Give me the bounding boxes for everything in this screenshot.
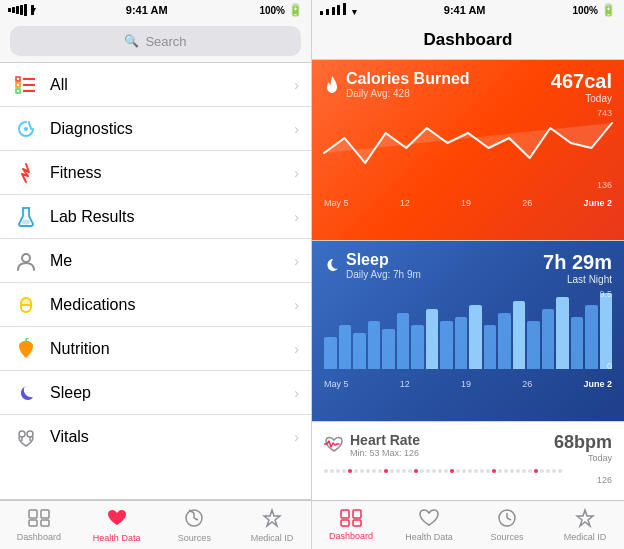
- calories-title: Calories Burned: [346, 70, 470, 88]
- svg-line-31: [507, 518, 511, 520]
- dot: [528, 469, 532, 473]
- battery-icon: 🔋: [288, 3, 303, 17]
- right-wifi-icon: ▾: [352, 7, 357, 17]
- menu-item-all[interactable]: All ›: [0, 63, 311, 107]
- sleep-card: Sleep Daily Avg: 7h 9m 7h 29m Last Night…: [312, 241, 624, 421]
- sleep-x-2: 12: [400, 379, 410, 389]
- left-time: 9:41 AM: [126, 4, 168, 16]
- dot: [396, 469, 400, 473]
- svg-rect-17: [29, 510, 37, 518]
- right-tab-dashboard[interactable]: Dashboard: [312, 501, 390, 549]
- right-tab-sources[interactable]: Sources: [468, 501, 546, 549]
- chevron-icon: ›: [294, 253, 299, 269]
- heart-rate-icon: [324, 436, 344, 454]
- chevron-icon: ›: [294, 429, 299, 445]
- menu-vitals-label: Vitals: [50, 428, 294, 446]
- menu-sleep-label: Sleep: [50, 384, 294, 402]
- health-data-tab-icon: [106, 508, 128, 531]
- menu-item-lab[interactable]: Lab Results ›: [0, 195, 311, 239]
- calories-header: Calories Burned Daily Avg: 428 467cal To…: [324, 70, 612, 104]
- dot: [444, 469, 448, 473]
- dot: [534, 469, 538, 473]
- left-tab-sources[interactable]: Sources: [156, 501, 234, 549]
- menu-lab-label: Lab Results: [50, 208, 294, 226]
- dot: [354, 469, 358, 473]
- sleep-subtitle: Daily Avg: 7h 9m: [346, 269, 421, 280]
- menu-fitness-label: Fitness: [50, 164, 294, 182]
- right-battery: 100% 🔋: [572, 3, 616, 17]
- search-bar[interactable]: 🔍 Search: [10, 26, 301, 56]
- svg-rect-28: [353, 520, 361, 526]
- dot: [510, 469, 514, 473]
- dot: [546, 469, 550, 473]
- heart-dots-chart: [324, 469, 612, 473]
- dot: [468, 469, 472, 473]
- menu-item-nutrition[interactable]: Nutrition ›: [0, 327, 311, 371]
- right-tab-health-icon: [418, 508, 440, 530]
- chevron-icon: ›: [294, 77, 299, 93]
- right-tab-dashboard-label: Dashboard: [329, 531, 373, 541]
- dot: [498, 469, 502, 473]
- menu-nutrition-label: Nutrition: [50, 340, 294, 358]
- fitness-icon: [12, 159, 40, 187]
- calories-x-4: 26: [522, 198, 532, 208]
- calories-chart: 743 136 May 5 12 19 26 June 2: [324, 108, 612, 208]
- dot: [330, 469, 334, 473]
- search-icon: 🔍: [124, 34, 139, 48]
- dot: [540, 469, 544, 473]
- left-tab-health-data[interactable]: Health Data: [78, 501, 156, 549]
- medications-icon: [12, 291, 40, 319]
- dot: [474, 469, 478, 473]
- dashboard-tab-icon: [28, 509, 50, 530]
- menu-medications-label: Medications: [50, 296, 294, 314]
- me-icon: [12, 247, 40, 275]
- dot: [456, 469, 460, 473]
- left-tab-medical-id[interactable]: Medical ID: [233, 501, 311, 549]
- left-tab-health-label: Health Data: [93, 533, 141, 543]
- chevron-icon: ›: [294, 341, 299, 357]
- chevron-icon: ›: [294, 297, 299, 313]
- menu-item-diagnostics[interactable]: Diagnostics ›: [0, 107, 311, 151]
- dot: [324, 469, 328, 473]
- dot: [522, 469, 526, 473]
- left-tab-dashboard[interactable]: Dashboard: [0, 501, 78, 549]
- menu-item-me[interactable]: Me ›: [0, 239, 311, 283]
- calories-title-block: Calories Burned Daily Avg: 428: [324, 70, 470, 99]
- calories-x-labels: May 5 12 19 26 June 2: [324, 198, 612, 208]
- menu-item-vitals[interactable]: Vitals ›: [0, 415, 311, 459]
- sleep-bars: [324, 289, 612, 369]
- dot: [426, 469, 430, 473]
- menu-item-medications[interactable]: Medications ›: [0, 283, 311, 327]
- left-tab-dashboard-label: Dashboard: [17, 532, 61, 542]
- search-placeholder: Search: [145, 34, 186, 49]
- svg-rect-12: [21, 298, 31, 305]
- right-tab-health-label: Health Data: [405, 532, 453, 542]
- right-tab-bar: Dashboard Health Data Sources: [312, 500, 624, 549]
- right-tab-dashboard-icon: [340, 509, 362, 529]
- dot: [408, 469, 412, 473]
- calories-line-chart: [324, 108, 612, 188]
- right-tab-medical-id-label: Medical ID: [564, 532, 607, 542]
- svg-rect-5: [16, 89, 20, 93]
- dot: [336, 469, 340, 473]
- right-tab-sources-icon: [497, 508, 517, 530]
- sleep-x-4: 26: [522, 379, 532, 389]
- menu-list: All › Diagnostics › Fitness ›: [0, 62, 311, 500]
- all-icon: [12, 71, 40, 99]
- sleep-title: Sleep: [346, 251, 421, 269]
- dot: [378, 469, 382, 473]
- vitals-icon: [12, 423, 40, 451]
- menu-item-sleep[interactable]: Sleep ›: [0, 371, 311, 415]
- sources-tab-icon: [184, 508, 204, 531]
- svg-point-14: [27, 431, 33, 437]
- right-tab-health-data[interactable]: Health Data: [390, 501, 468, 549]
- right-tab-medical-id[interactable]: Medical ID: [546, 501, 624, 549]
- dot: [450, 469, 454, 473]
- calories-x-1: May 5: [324, 198, 349, 208]
- sleep-icon: [12, 379, 40, 407]
- heart-value-block: 68bpm Today: [554, 432, 612, 463]
- dot: [438, 469, 442, 473]
- moon-icon: [324, 257, 340, 275]
- dot: [390, 469, 394, 473]
- menu-item-fitness[interactable]: Fitness ›: [0, 151, 311, 195]
